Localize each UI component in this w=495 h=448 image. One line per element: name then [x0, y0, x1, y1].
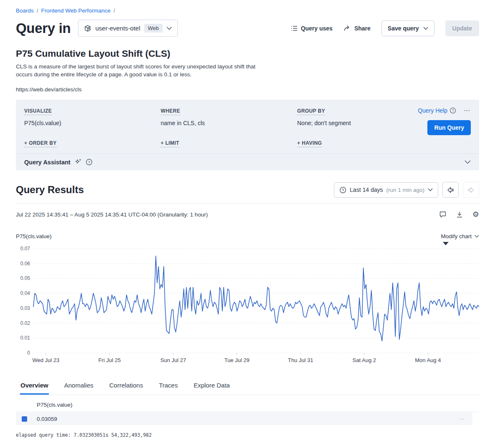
- chevron-down-icon: [167, 27, 172, 30]
- time-range-dropdown[interactable]: Last 14 days (run 1 min ago): [334, 182, 438, 198]
- svg-text:Mon Aug 4: Mon Aug 4: [415, 357, 441, 363]
- query-assistant-bar[interactable]: Query Assistant ?: [16, 154, 479, 170]
- query-assistant-title: Query Assistant: [24, 159, 71, 166]
- tab-explore-data[interactable]: Explore Data: [193, 378, 230, 395]
- previous-query-button[interactable]: [442, 182, 459, 198]
- sparkle-icon: [74, 159, 82, 166]
- breadcrumb-separator: /: [37, 8, 38, 14]
- chart-header: P75(cls.value) Modify chart: [16, 233, 479, 239]
- arrow-forward-icon: [467, 186, 475, 194]
- svg-text:Wed Jul 23: Wed Jul 23: [33, 357, 60, 363]
- modify-chart-button[interactable]: Modify chart: [441, 233, 479, 239]
- svg-text:0.07: 0.07: [20, 246, 30, 252]
- row-overflow-menu[interactable]: ⋯: [459, 415, 466, 422]
- having-add-button[interactable]: + HAVING: [297, 140, 322, 147]
- svg-text:?: ?: [88, 160, 90, 164]
- tab-traces[interactable]: Traces: [159, 378, 178, 395]
- visualize-label[interactable]: VISUALIZE: [24, 108, 52, 115]
- share-label: Share: [354, 25, 371, 32]
- page-title: Query in: [16, 20, 71, 36]
- visualize-value[interactable]: P75(cls.value): [24, 120, 161, 126]
- download-button[interactable]: [456, 211, 463, 218]
- tab-anomalies[interactable]: Anomalies: [64, 378, 94, 395]
- run-query-button[interactable]: Run Query: [427, 120, 471, 135]
- query-uses-label: Query uses: [301, 25, 333, 32]
- next-query-button[interactable]: [463, 182, 479, 198]
- breadcrumb-boards-link[interactable]: Boards: [16, 8, 34, 14]
- time-range-detail: Jul 22 2025 14:35:41 – Aug 5 2025 14:35:…: [16, 211, 208, 218]
- clock-icon: [339, 186, 346, 194]
- assistant-expand-chevron-icon[interactable]: [465, 160, 471, 164]
- group-by-value[interactable]: None; don't segment: [297, 120, 408, 126]
- chevron-down-icon: [475, 235, 479, 238]
- elapsed-query-stats: elapsed query time: 7.032303051s 54,322,…: [16, 432, 479, 438]
- breadcrumb-board-link[interactable]: Frontend Web Performance: [41, 8, 111, 14]
- save-query-label: Save query: [388, 25, 419, 32]
- timeseries-chart[interactable]: 00.010.020.030.040.050.060.07Wed Jul 23F…: [16, 240, 479, 368]
- where-label[interactable]: WHERE: [161, 108, 180, 115]
- comment-button[interactable]: [439, 211, 447, 218]
- results-summary-table: P75(cls.value) 0.03059 ⋯: [16, 399, 479, 425]
- arrow-back-icon: [447, 186, 455, 194]
- chart-settings-button[interactable]: ⚙: [472, 211, 479, 218]
- breadcrumb: Boards / Frontend Web Performance /: [16, 0, 479, 14]
- update-button[interactable]: Update: [445, 20, 479, 36]
- dataset-icon: [84, 25, 91, 32]
- results-header: Query Results Last 14 days (run 1 min ag…: [16, 182, 479, 204]
- query-uses-button[interactable]: Query uses: [291, 25, 333, 32]
- visualize-clause: VISUALIZE P75(cls.value) + ORDER BY: [24, 107, 161, 147]
- svg-text:0.02: 0.02: [20, 320, 30, 326]
- download-icon: [456, 211, 463, 218]
- svg-text:?: ?: [452, 108, 454, 113]
- time-range-value: Last 14 days: [350, 186, 383, 193]
- query-description: CLS is a measure of the largest burst of…: [16, 63, 271, 78]
- svg-text:0.03: 0.03: [20, 305, 30, 311]
- chevron-down-icon: [423, 27, 428, 30]
- query-builder-panel: VISUALIZE P75(cls.value) + ORDER BY WHER…: [16, 100, 479, 170]
- limit-add-button[interactable]: + LIMIT: [161, 140, 179, 147]
- dataset-selector[interactable]: user-events-otel Web: [78, 20, 177, 37]
- svg-text:Sat Aug 2: Sat Aug 2: [353, 357, 376, 363]
- svg-text:0.04: 0.04: [20, 290, 30, 296]
- breadcrumb-separator: /: [114, 8, 115, 14]
- svg-text:0.05: 0.05: [20, 276, 30, 282]
- share-button[interactable]: Share: [343, 25, 371, 32]
- query-name-title: P75 Cumulative Layout Shift (CLS): [16, 48, 479, 59]
- results-tabs: Overview Anomalies Correlations Traces E…: [16, 378, 479, 395]
- group-by-label[interactable]: GROUP BY: [297, 108, 325, 115]
- svg-text:0.01: 0.01: [20, 335, 30, 341]
- series-swatch: [22, 416, 27, 422]
- modify-chart-label: Modify chart: [441, 233, 472, 239]
- table-row[interactable]: 0.03059 ⋯: [16, 413, 472, 425]
- tab-correlations[interactable]: Correlations: [109, 378, 144, 395]
- builder-actions: Query Help ? ⋯ Run Query: [408, 107, 471, 147]
- chart-canvas: 00.010.020.030.040.050.060.07Wed Jul 23F…: [16, 240, 479, 366]
- builder-overflow-menu[interactable]: ⋯: [464, 107, 471, 114]
- chart-marker-triangle: [443, 242, 449, 245]
- chart-series-label: P75(cls.value): [16, 233, 52, 239]
- where-clause: WHERE name in CLS, cls + LIMIT: [161, 107, 297, 147]
- dataset-environment-badge: Web: [144, 24, 163, 33]
- dataset-name: user-events-otel: [95, 25, 140, 32]
- query-page: Boards / Frontend Web Performance / Quer…: [0, 0, 495, 438]
- page-header: Query in user-events-otel Web: [16, 20, 479, 37]
- svg-text:0.06: 0.06: [20, 261, 30, 267]
- where-value[interactable]: name in CLS, cls: [161, 120, 297, 126]
- group-by-clause: GROUP BY None; don't segment + HAVING: [297, 107, 408, 147]
- help-circle-icon: ?: [450, 107, 456, 114]
- save-query-button[interactable]: Save query: [381, 20, 434, 36]
- comment-icon: [439, 211, 447, 218]
- svg-text:Fri Jul 25: Fri Jul 25: [98, 357, 121, 363]
- order-by-add-button[interactable]: + ORDER BY: [24, 140, 57, 147]
- share-arrow-icon: [343, 25, 351, 31]
- svg-text:Tue Jul 29: Tue Jul 29: [224, 357, 249, 363]
- query-help-label: Query Help: [418, 107, 447, 114]
- chevron-down-icon: [428, 188, 433, 191]
- query-reference-link: https://web.dev/articles/cls: [16, 86, 479, 93]
- svg-text:Thu Jul 31: Thu Jul 31: [288, 357, 313, 363]
- results-title: Query Results: [16, 184, 84, 196]
- list-icon: [291, 25, 298, 31]
- tab-overview[interactable]: Overview: [20, 378, 49, 395]
- table-column-header: P75(cls.value): [16, 399, 479, 412]
- query-help-link[interactable]: Query Help ?: [418, 107, 456, 114]
